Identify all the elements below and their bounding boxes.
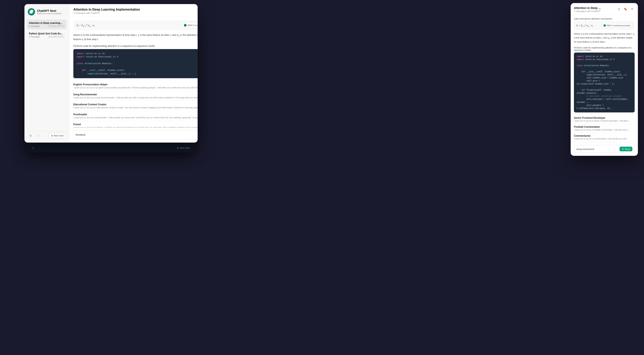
chat-item-2-date: 2023/4/6 00:58:51 xyxy=(48,36,64,38)
chat-header: Attention in Deep Learning Implementatio… xyxy=(69,4,198,17)
description-text: where ht is the contextualized represent… xyxy=(73,33,198,42)
right-formula-block: ht = Σi=1n αt,i · xi With 0 contextual p… xyxy=(574,21,635,30)
prompt-suggestions: English Pronunciation Helper I want you … xyxy=(73,81,198,128)
right-description: where ht is the contextualized represent… xyxy=(574,32,635,44)
chat-item-2-title: Python Quick Sort Code Ex... xyxy=(29,32,64,35)
chat-input[interactable] xyxy=(76,134,198,136)
brand: ChatGPT Next Build your own AI assistant… xyxy=(27,8,66,16)
menu-right-icon[interactable]: ☰ xyxy=(616,6,622,12)
prompt-item-1[interactable]: English Pronunciation Helper I want you … xyxy=(73,81,198,91)
chat-input-container: ➤ Send xyxy=(73,130,198,139)
middle-new-chat: ⊕ New Chat xyxy=(177,147,190,149)
chat-body: ht = Σi=1n αt,i · xi With 0 contextual p… xyxy=(69,17,198,128)
code-block: import torch.nn as nn import torch.nn.fu… xyxy=(73,49,198,78)
chat-title: Attention in Deep Learning Implementatio… xyxy=(73,8,140,12)
right-pytorch-label: PyTorch code for implementing attention … xyxy=(574,46,635,51)
sidebar-footer: ⊙ ♡ ⊕ New Chat xyxy=(27,131,66,138)
right-window: Attention in Deep ... 2 messages with Ch… xyxy=(571,3,638,156)
right-prompt-1[interactable]: Senior Frontend Developer I want you to … xyxy=(574,115,635,124)
prompt-item-2-title: Song Recommender xyxy=(73,93,198,96)
brand-tagline: Build your own AI assistant. xyxy=(37,12,62,15)
chat-input-area: ➤ Send xyxy=(69,128,198,142)
prompt-item-1-title: English Pronunciation Helper xyxy=(73,83,198,86)
chat-subtitle: 2 messages with ChatGPT xyxy=(73,12,140,14)
right-input-area: ➤ Send xyxy=(571,143,638,156)
prompt-item-3-desc: I want you to act as an educational cont… xyxy=(73,106,198,109)
right-latex-label: Latex formula for attention mechanism: xyxy=(574,18,635,20)
bookmark-right-icon[interactable]: 🔖 xyxy=(623,6,628,12)
prompt-item-5[interactable]: Friend I want you to act as my friend. I… xyxy=(73,121,198,128)
plus-icon-middle: ⊕ xyxy=(177,147,179,149)
middle-footer: ⊙ ♡ ⊕ New Chat xyxy=(26,144,194,153)
main-window: ChatGPT Next Build your own AI assistant… xyxy=(24,4,198,142)
right-header: Attention in Deep ... 2 messages with Ch… xyxy=(571,3,638,15)
right-formula-text: ht = Σi=1n αt,i · xi xyxy=(576,24,593,27)
right-send-button[interactable]: ➤ Send xyxy=(620,147,632,151)
prompt-item-5-title: Friend xyxy=(73,123,198,126)
prompt-item-4[interactable]: Proofreader I want you to act as a proof… xyxy=(73,111,198,121)
right-subtitle: 2 messages with ChatGPT xyxy=(574,10,600,12)
right-prompt-3[interactable]: Commentariat I want you to act as a comm… xyxy=(574,133,635,142)
settings-icon-btn[interactable]: ⊙ xyxy=(28,133,34,138)
badge-dot xyxy=(184,24,186,27)
bookmark-icon-btn[interactable]: ♡ xyxy=(36,133,41,138)
share-right-icon[interactable]: ⬆ xyxy=(629,6,635,12)
chat-list: Attention in Deep Learning... 2 messages… xyxy=(27,20,66,129)
right-prompt-list: Senior Frontend Developer I want you to … xyxy=(574,115,635,143)
right-badge-dot xyxy=(604,24,606,27)
prompt-item-3[interactable]: Educational Content Creator I want you t… xyxy=(73,101,198,111)
bookmark-footer-icon: ♡ xyxy=(38,146,42,150)
brand-logo xyxy=(28,8,35,16)
prompt-item-3-title: Educational Content Creator xyxy=(73,103,198,106)
right-body: Latex formula for attention mechanism: h… xyxy=(571,15,638,143)
prompt-item-2[interactable]: Song Recommender I want you to act as a … xyxy=(73,91,198,101)
prompt-item-5-desc: I want you to act as my friend. I will t… xyxy=(73,126,198,128)
prompt-item-4-title: Proofreader xyxy=(73,113,198,116)
prompt-item-4-desc: I want you to act as a proofreader. I wi… xyxy=(73,116,198,119)
send-icon-right: ➤ xyxy=(622,148,624,150)
right-input-container: ➤ Send xyxy=(574,145,635,153)
chat-item-1-count: 2 messages xyxy=(29,25,40,27)
sidebar: ChatGPT Next Build your own AI assistant… xyxy=(24,4,69,142)
right-contextual-badge: With 0 contextual prompts xyxy=(602,23,632,28)
new-chat-button[interactable]: ⊕ New Chat xyxy=(49,133,66,138)
plus-icon: ⊕ xyxy=(51,134,53,137)
prompt-item-2-desc: I want you to act as a song recommender.… xyxy=(73,96,198,99)
formula-block: ht = Σi=1n αt,i · xi With 0 contextual p… xyxy=(73,20,198,30)
chat-item-1-date: 2023/4/6 00:59:37 xyxy=(48,25,64,27)
chat-item-2-count: 6 messages xyxy=(29,36,40,38)
chat-item-1[interactable]: Attention in Deep Learning... 2 messages… xyxy=(27,20,66,29)
right-input[interactable] xyxy=(576,148,618,150)
brand-name: ChatGPT Next xyxy=(37,9,62,12)
right-code-block: import torch.nn as nn import torch.nn.fu… xyxy=(574,52,635,112)
formula-text: ht = Σi=1n αt,i · xi xyxy=(76,23,94,27)
pytorch-label: PyTorch code for implementing attention … xyxy=(73,44,198,48)
main-content: Attention in Deep Learning Implementatio… xyxy=(69,4,198,142)
right-prompt-2[interactable]: Football Commentator I want you to act a… xyxy=(574,124,635,133)
contextual-badge: With 0 contextual prompts xyxy=(182,22,198,28)
chat-item-2[interactable]: Python Quick Sort Code Ex... 6 messages … xyxy=(27,30,66,40)
settings-middle-icon: ⊙ xyxy=(30,146,36,150)
right-title: Attention in Deep ... xyxy=(574,6,600,10)
prompt-item-1-desc: I want you to act as an English pronunci… xyxy=(73,86,198,89)
chat-item-1-title: Attention in Deep Learning... xyxy=(29,22,64,24)
